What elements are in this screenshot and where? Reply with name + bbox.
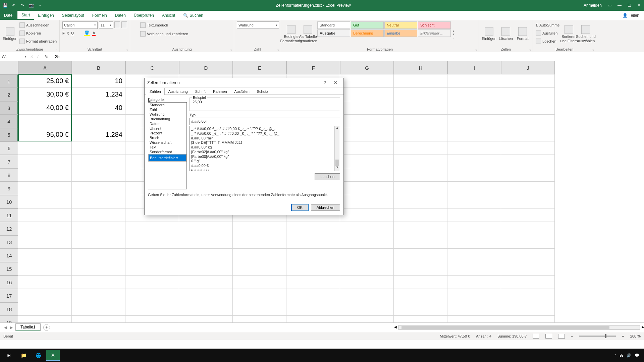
cell-B13[interactable] (72, 235, 125, 249)
ribbon-options-icon[interactable]: ▭ (608, 3, 611, 8)
cell-C15[interactable] (125, 262, 179, 276)
cell-B8[interactable] (72, 168, 125, 182)
category-list[interactable]: StandardZahlWährungBuchhaltungDatumUhrze… (148, 102, 187, 189)
insert-cells-button[interactable]: Einfügen (482, 21, 496, 47)
cell-J12[interactable] (501, 222, 555, 235)
scroll-up-icon[interactable]: ▲ (335, 126, 340, 131)
cell-A1[interactable]: 25,00 € (18, 74, 72, 88)
tab-home[interactable]: Start (17, 11, 34, 20)
name-box[interactable]: A1▾ (0, 52, 28, 61)
cell-G7[interactable] (340, 155, 394, 168)
dialog-close-icon[interactable]: ✕ (330, 80, 341, 85)
cell-G4[interactable] (340, 115, 394, 128)
border-button[interactable] (76, 30, 82, 36)
cell-J13[interactable] (501, 235, 555, 249)
dialog-tab-schrift[interactable]: Schrift (192, 88, 209, 95)
cell-G16[interactable] (340, 276, 394, 289)
cell-A16[interactable] (18, 276, 72, 289)
cell-A6[interactable] (18, 141, 72, 155)
autosum-button[interactable]: ΣAutoSumme (536, 21, 559, 29)
cell-B17[interactable] (72, 289, 125, 302)
cell-D14[interactable] (179, 249, 233, 262)
cell-D13[interactable] (179, 235, 233, 249)
cell-I6[interactable] (447, 141, 501, 155)
cell-C12[interactable] (125, 222, 179, 235)
category-item[interactable]: Bruch (148, 135, 186, 140)
cell-B14[interactable] (72, 249, 125, 262)
cell-G1[interactable] (340, 74, 394, 88)
fill-button[interactable]: Ausfüllen (536, 29, 559, 37)
horizontal-scrollbar[interactable]: ◀▶ (53, 325, 644, 330)
cell-J8[interactable] (501, 168, 555, 182)
row-header-13[interactable]: 13 (0, 235, 18, 249)
row-header-8[interactable]: 8 (0, 168, 18, 182)
category-item[interactable]: Wissenschaft (148, 140, 186, 145)
col-header-E[interactable]: E (233, 61, 286, 74)
sheet-tab[interactable]: Tabelle1 (15, 323, 41, 331)
row-header-16[interactable]: 16 (0, 276, 18, 289)
merge-center-button[interactable]: Verbinden und zentrieren (140, 30, 188, 38)
start-button[interactable]: ⊞ (2, 350, 15, 361)
dialog-help-icon[interactable]: ? (319, 80, 330, 85)
style-standard[interactable]: Standard (317, 21, 350, 29)
cell-B16[interactable] (72, 276, 125, 289)
row-header-10[interactable]: 10 (0, 195, 18, 208)
row-header-19[interactable]: 19 (0, 316, 18, 322)
cell-G11[interactable] (340, 208, 394, 222)
cell-C19[interactable] (125, 316, 179, 322)
edge-icon[interactable]: 🌐 (32, 350, 45, 361)
minimize-icon[interactable]: — (618, 3, 622, 8)
font-color-button[interactable]: A (92, 31, 96, 36)
volume-icon[interactable]: 🔊 (627, 353, 631, 358)
col-header-J[interactable]: J (501, 61, 555, 74)
cell-I8[interactable] (447, 168, 501, 182)
delete-cells-button[interactable]: Löschen (498, 21, 513, 47)
cell-I7[interactable] (447, 155, 501, 168)
row-header-14[interactable]: 14 (0, 249, 18, 262)
scroll-left-icon[interactable]: ◀ (394, 325, 397, 329)
cancel-button[interactable]: Abbrechen (311, 204, 340, 211)
styles-gallery-more[interactable]: ▴▾▿ (453, 21, 454, 47)
font-size-select[interactable]: 11▾ (99, 21, 113, 29)
scroll-thumb[interactable] (335, 160, 339, 166)
col-header-H[interactable]: H (394, 61, 447, 74)
format-list-scrollbar[interactable]: ▲ ▼ (334, 126, 340, 171)
tab-layout[interactable]: Seitenlayout (58, 11, 88, 20)
grow-font-icon[interactable] (114, 21, 120, 28)
cell-D15[interactable] (179, 262, 233, 276)
cell-D16[interactable] (179, 276, 233, 289)
cell-G17[interactable] (340, 289, 394, 302)
cell-H9[interactable] (394, 182, 447, 195)
cell-H1[interactable] (394, 74, 447, 88)
zoom-out-icon[interactable]: − (571, 334, 573, 338)
cell-J17[interactable] (501, 289, 555, 302)
style-eingabe[interactable]: Eingabe (384, 29, 417, 37)
cell-J7[interactable] (501, 155, 555, 168)
cell-F13[interactable] (286, 235, 340, 249)
cell-A5[interactable]: 95,00 € (18, 128, 72, 141)
format-item[interactable]: [Farbe30]#.##0,00" kg" (191, 155, 338, 159)
paste-button[interactable]: Einfügen (3, 21, 17, 47)
cell-H14[interactable] (394, 249, 447, 262)
tab-file[interactable]: Datei (0, 11, 17, 20)
tab-insert[interactable]: Einfügen (34, 11, 58, 20)
row-header-15[interactable]: 15 (0, 262, 18, 276)
row-header-12[interactable]: 12 (0, 222, 18, 235)
cell-A12[interactable] (18, 222, 72, 235)
cell-E19[interactable] (233, 316, 286, 322)
style-schlecht[interactable]: Schlecht (418, 21, 451, 29)
cell-B15[interactable] (72, 262, 125, 276)
tab-search[interactable]: 🔍Suchen (179, 11, 207, 20)
cell-H10[interactable] (394, 195, 447, 208)
cell-J19[interactable] (501, 316, 555, 322)
shrink-font-icon[interactable] (121, 21, 127, 28)
cell-G9[interactable] (340, 182, 394, 195)
cell-H12[interactable] (394, 222, 447, 235)
add-sheet-button[interactable]: + (43, 324, 50, 331)
ok-button[interactable]: OK (291, 204, 308, 211)
cell-H17[interactable] (394, 289, 447, 302)
cell-F14[interactable] (286, 249, 340, 262)
cell-I5[interactable] (447, 128, 501, 141)
view-normal-icon[interactable] (533, 334, 539, 339)
row-header-2[interactable]: 2 (0, 88, 18, 101)
